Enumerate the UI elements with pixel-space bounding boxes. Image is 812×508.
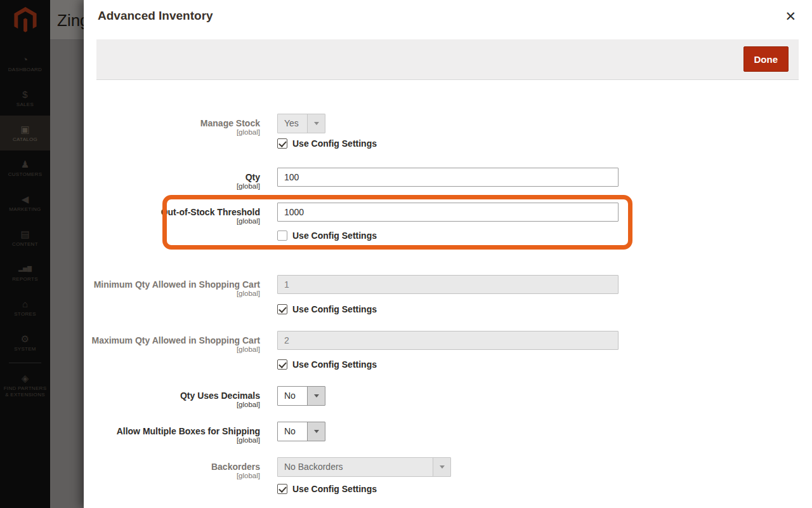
page-title-partial: Zing [57, 11, 84, 30]
dashboard-icon: ◔ [22, 54, 28, 65]
sidebar-item-reports[interactable]: ▂▅▇ REPORTS [0, 255, 50, 290]
stores-icon: ⌂ [22, 298, 28, 309]
chevron-down-icon [433, 458, 450, 476]
manage-stock-select: Yes [277, 114, 325, 133]
extensions-icon: ◈ [22, 373, 29, 384]
field-label-block: Minimum Qty Allowed in Shopping Cart [gl… [84, 279, 260, 298]
backorders-select: No Backorders [277, 457, 451, 477]
sales-icon: $ [22, 89, 27, 100]
modal-title: Advanced Inventory [98, 9, 213, 23]
marketing-icon: ◀ [22, 194, 29, 204]
use-config-checkbox-out-of-stock-threshold[interactable] [277, 231, 287, 241]
close-icon[interactable]: ✕ [785, 8, 796, 25]
sidebar-item-find-partners-extensions[interactable]: ◈ FIND PARTNERS & EXTENSIONS [0, 366, 50, 404]
use-config-label: Use Config Settings [292, 231, 377, 241]
field-label-block: Qty [global] [84, 172, 260, 190]
sidebar-item-label: CONTENT [12, 241, 38, 247]
sidebar-item-stores[interactable]: ⌂ STORES [0, 290, 50, 325]
admin-sidebar: ◔ DASHBOARD $ SALES ▣ CATALOG ♟ CUSTOMER… [0, 0, 50, 508]
use-config-label: Use Config Settings [292, 304, 377, 314]
field-scope: [global] [84, 182, 260, 190]
use-config-checkbox-minimum-qty[interactable] [277, 304, 287, 314]
field-label-block: Backorders [global] [84, 462, 260, 480]
use-config-label: Use Config Settings [292, 484, 377, 494]
out-of-stock-threshold-input[interactable] [277, 203, 619, 222]
field-label: Backorders [84, 462, 260, 472]
use-config-label: Use Config Settings [292, 359, 377, 370]
sidebar-item-content[interactable]: ▤ CONTENT [0, 220, 50, 255]
use-config-row-maximum-qty: Use Config Settings [277, 359, 377, 370]
sidebar-nav: ◔ DASHBOARD $ SALES ▣ CATALOG ♟ CUSTOMER… [0, 46, 50, 404]
sidebar-item-label: CATALOG [13, 137, 37, 142]
field-label: Minimum Qty Allowed in Shopping Cart [84, 279, 260, 290]
field-label-block: Allow Multiple Boxes for Shipping [globa… [84, 426, 260, 444]
advanced-inventory-modal: Advanced Inventory ✕ Done Manage Stock [… [84, 0, 812, 508]
chevron-down-icon [307, 422, 325, 441]
use-config-row-backorders: Use Config Settings [277, 484, 377, 494]
sidebar-item-system[interactable]: ⚙ SYSTEM [0, 325, 50, 360]
sidebar-item-label: SYSTEM [14, 346, 36, 352]
field-label: Maximum Qty Allowed in Shopping Cart [84, 335, 260, 345]
sidebar-item-label: FIND PARTNERS [4, 385, 47, 391]
field-scope: [global] [84, 345, 260, 354]
dimmed-page-background: Zing [50, 0, 84, 508]
qty-input[interactable] [277, 168, 619, 187]
reports-icon: ▂▅▇ [18, 264, 32, 274]
sidebar-item-label: REPORTS [12, 276, 38, 282]
field-scope: [global] [84, 217, 260, 225]
sidebar-item-label: STORES [14, 311, 36, 317]
use-config-checkbox-backorders[interactable] [277, 484, 287, 494]
sidebar-item-dashboard[interactable]: ◔ DASHBOARD [0, 46, 50, 81]
sidebar-item-label: CUSTOMERS [8, 171, 43, 177]
field-label: Manage Stock [84, 118, 260, 128]
field-label-block: Maximum Qty Allowed in Shopping Cart [gl… [84, 335, 260, 354]
maximum-qty-input [277, 331, 619, 350]
use-config-checkbox-maximum-qty[interactable] [277, 359, 287, 370]
sidebar-item-label: DASHBOARD [8, 67, 42, 72]
use-config-checkbox-manage-stock[interactable] [277, 138, 287, 149]
modal-toolbar: Done [96, 39, 799, 80]
field-label: Out-of-Stock Threshold [84, 207, 260, 217]
field-label: Qty [84, 172, 260, 182]
done-button[interactable]: Done [743, 46, 789, 72]
content-icon: ▤ [20, 229, 29, 239]
magento-logo-icon[interactable] [0, 7, 50, 36]
field-label-block: Out-of-Stock Threshold [global] [84, 207, 260, 225]
qty-uses-decimals-select[interactable]: No [277, 386, 325, 406]
sidebar-item-label: & EXTENSIONS [5, 392, 45, 398]
chevron-down-icon [307, 114, 325, 133]
sidebar-item-catalog[interactable]: ▣ CATALOG [0, 116, 50, 150]
sidebar-item-label: MARKETING [9, 206, 41, 212]
sidebar-item-marketing[interactable]: ◀ MARKETING [0, 185, 50, 220]
field-scope: [global] [84, 128, 260, 137]
use-config-row-manage-stock: Use Config Settings [277, 138, 377, 149]
field-label-block: Qty Uses Decimals [global] [84, 391, 260, 409]
sidebar-item-label: SALES [16, 102, 34, 107]
sidebar-item-customers[interactable]: ♟ CUSTOMERS [0, 150, 50, 185]
field-scope: [global] [84, 436, 260, 444]
field-label-block: Manage Stock [global] [84, 118, 260, 137]
field-scope: [global] [84, 290, 260, 298]
sidebar-divider [9, 363, 41, 363]
sidebar-item-sales[interactable]: $ SALES [0, 81, 50, 116]
field-label: Qty Uses Decimals [84, 391, 260, 401]
use-config-row-minimum-qty: Use Config Settings [277, 304, 377, 314]
field-scope: [global] [84, 472, 260, 480]
chevron-down-icon [307, 387, 325, 405]
field-scope: [global] [84, 401, 260, 409]
select-value: No Backorders [278, 458, 450, 476]
dimmed-page-header: Zing [50, 0, 84, 40]
use-config-label: Use Config Settings [292, 138, 377, 149]
field-label: Allow Multiple Boxes for Shipping [84, 426, 260, 436]
use-config-row-out-of-stock-threshold: Use Config Settings [277, 231, 377, 241]
allow-multiple-boxes-select[interactable]: No [277, 422, 325, 441]
customers-icon: ♟ [21, 159, 29, 170]
system-icon: ⚙ [21, 333, 29, 344]
minimum-qty-input [277, 275, 619, 294]
catalog-icon: ▣ [20, 124, 29, 135]
